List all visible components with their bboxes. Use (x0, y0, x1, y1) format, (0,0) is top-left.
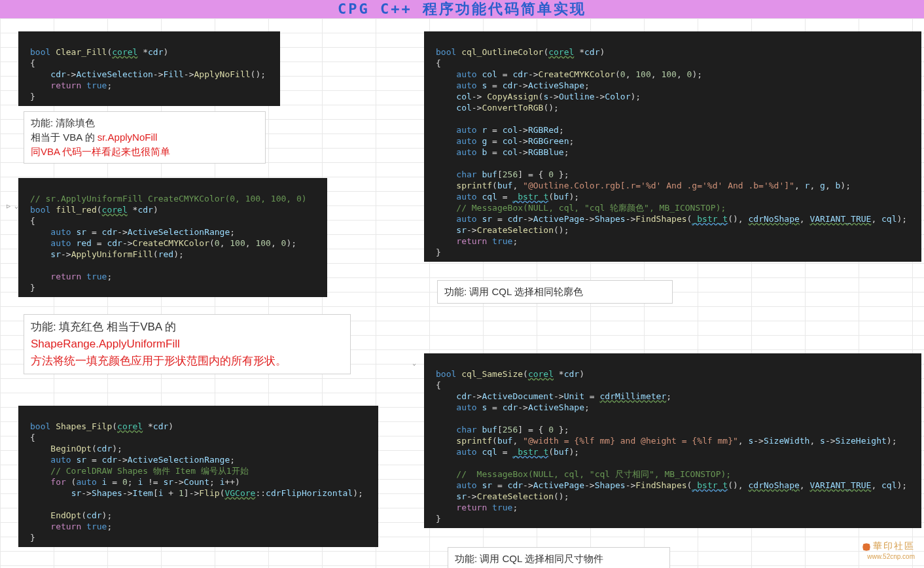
note-line: 相当于 VBA 的 sr.ApplyNoFill (31, 130, 258, 145)
code-clear-fill: bool Clear_Fill(corel *cdr) { cdr->Activ… (18, 31, 280, 106)
code-shapes-flip: bool Shapes_Filp(corel *cdr) { BeginOpt(… (18, 406, 378, 547)
note-line: 同VBA 代码一样看起来也很简单 (31, 145, 258, 159)
note-samesize: 功能: 调用 CQL 选择相同尺寸物件 (448, 547, 670, 568)
code-outline-color: bool cql_OutlineColor(corel *cdr) { auto… (424, 31, 921, 262)
note-line: 功能: 调用 CQL 选择相同轮廓色 (444, 285, 666, 299)
code-same-size: ⌄bool cql_SameSize(corel *cdr) { cdr->Ac… (424, 353, 921, 528)
note-line: 功能: 填充红色 相当于VBA 的 (31, 319, 344, 336)
note-line: 方法将统一填充颜色应用于形状范围内的所有形状。 (31, 353, 344, 370)
code-fill-red: // sr.ApplyUniformFill CreateCMYKColor(0… (18, 178, 327, 297)
note-outline: 功能: 调用 CQL 选择相同轮廓色 (437, 280, 673, 304)
note-clear-fill: 功能: 清除填色 相当于 VBA 的 sr.ApplyNoFill 同VBA 代… (24, 111, 266, 164)
page-title: CPG C++ 程序功能代码简单实现 (338, 0, 586, 19)
note-line: 功能: 清除填色 (31, 116, 258, 130)
title-bar: CPG C++ 程序功能代码简单实现 (0, 0, 924, 18)
note-fill-red: 功能: 填充红色 相当于VBA 的 ShapeRange.ApplyUnifor… (24, 314, 351, 374)
logo-icon (862, 542, 871, 552)
note-line: 功能: 调用 CQL 选择相同尺寸物件 (455, 552, 663, 566)
watermark: 華印社區 www.52cnp.com (862, 541, 915, 561)
note-line: ShapeRange.ApplyUniformFill (31, 336, 344, 353)
